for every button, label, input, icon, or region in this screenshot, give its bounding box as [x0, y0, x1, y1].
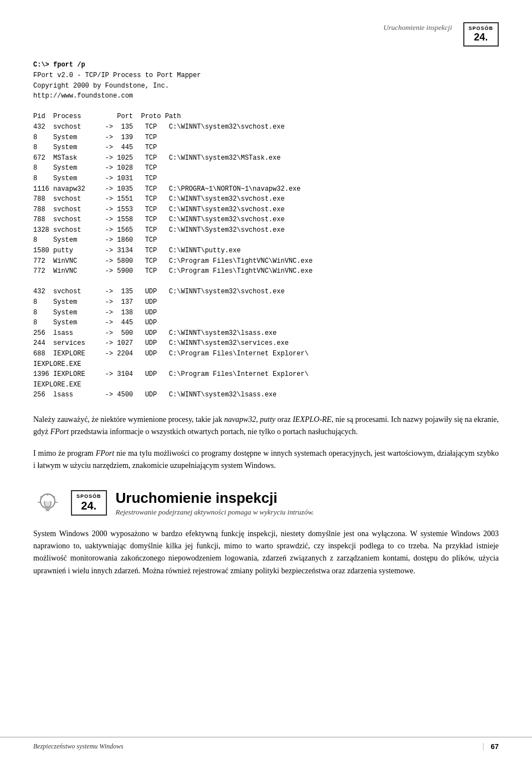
page-container: Uruchomienie inspekcji SPOSÓB 24. C:\> f… — [0, 0, 532, 764]
section-sposob-num: 24. — [76, 499, 101, 512]
header-title: Uruchomienie inspekcji — [243, 22, 463, 32]
header-sposob-num: 24. — [469, 32, 494, 44]
footer-book-title: Bezpieczeństwo systemu Windows — [33, 742, 124, 751]
section-title-block: Uruchomienie inspekcji Rejestrowanie pod… — [116, 490, 499, 517]
page-header: Uruchomienie inspekcji SPOSÓB 24. — [33, 22, 499, 47]
section-title: Uruchomienie inspekcji — [116, 490, 499, 506]
svg-rect-1 — [45, 507, 50, 508]
svg-rect-2 — [45, 508, 50, 510]
body-paragraph-2: I mimo że program FPort nie ma tylu możl… — [33, 447, 499, 472]
section-subtitle: Rejestrowanie podejrzanej aktywności pom… — [116, 508, 499, 517]
section-body-text: System Windows 2000 wyposażono w bardzo … — [33, 528, 499, 578]
code-block: C:\> fport /p FPort v2.0 - TCP/IP Proces… — [33, 60, 499, 400]
section-header: SPOSÓB 24. Uruchomienie inspekcji Rejest… — [33, 490, 499, 519]
body-paragraph-1: Należy zauważyć, że niektóre wymienione … — [33, 414, 499, 439]
section-icon — [33, 490, 62, 519]
header-sposob-label: SPOSÓB — [469, 26, 494, 32]
svg-rect-3 — [46, 510, 49, 511]
section-sposob-label: SPOSÓB — [76, 493, 101, 500]
header-chapter-badge: SPOSÓB 24. — [463, 22, 499, 47]
footer-divider: | — [483, 742, 484, 751]
page-footer: Bezpieczeństwo systemu Windows | 67 — [0, 737, 532, 751]
footer-page-number: 67 — [491, 742, 499, 751]
section-badge: SPOSÓB 24. — [71, 490, 107, 516]
